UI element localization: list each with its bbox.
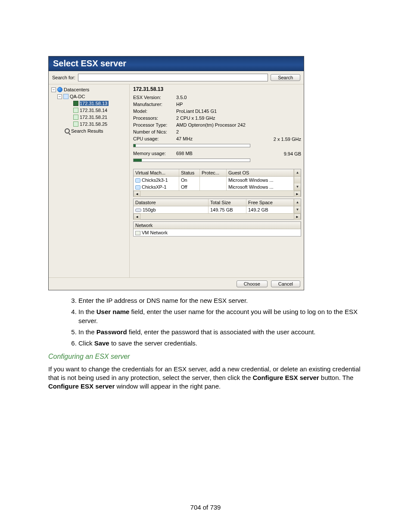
document-body: Enter the IP address or DNS name for the… xyxy=(48,296,363,512)
tree-results-label: Search Results xyxy=(71,128,103,134)
scroll-right-icon[interactable]: ► xyxy=(294,191,301,197)
dialog-title: Select ESX server xyxy=(53,59,126,68)
detail-value: HP xyxy=(176,101,183,108)
cpu-usage-bar: 2 x 1.59 GHz xyxy=(133,143,301,149)
choose-button[interactable]: Choose xyxy=(237,280,268,287)
server-tree[interactable]: − Datacenters − QA-DC 172.31.58.13 172.3… xyxy=(49,84,130,277)
host-icon xyxy=(73,107,79,113)
scroll-down-icon[interactable]: ▼ xyxy=(294,206,301,213)
detail-value: 3.5.0 xyxy=(176,94,187,101)
hscrollbar[interactable]: ◄ ► xyxy=(134,190,301,196)
detail-row: ESX Version:3.5.0 xyxy=(133,94,301,101)
vm-icon xyxy=(135,185,140,190)
vm-grid[interactable]: Virtual Mach... Status Protec... Guest O… xyxy=(133,169,301,197)
memory-usage-value: 698 MB xyxy=(176,150,193,157)
page-number: 704 of 739 xyxy=(48,503,363,512)
scroll-left-icon[interactable]: ◄ xyxy=(134,214,140,220)
tree-root[interactable]: − Datacenters xyxy=(51,86,128,93)
select-esx-dialog: Select ESX server Search for: Search − D… xyxy=(48,56,304,290)
tree-host-label: 172.31.58.25 xyxy=(80,121,107,127)
detail-value: ProLiant DL145 G1 xyxy=(176,108,217,115)
scroll-stub[interactable] xyxy=(294,177,301,184)
memory-max-label: 9.94 GB xyxy=(284,151,301,156)
details-pane: 172.31.58.13 ESX Version:3.5.0 Manufactu… xyxy=(130,84,304,277)
detail-value: AMD Opteron(tm) Processor 242 xyxy=(176,121,246,128)
detail-value: 2 xyxy=(176,128,179,135)
dialog-footer: Choose Cancel xyxy=(49,277,304,290)
step-3: Enter the IP address or DNS name for the… xyxy=(78,296,363,305)
step-6: Click Save to save the server credential… xyxy=(78,339,363,348)
memory-usage-bar: 9.94 GB xyxy=(133,157,301,163)
step-5: In the Password field, enter the passwor… xyxy=(78,328,363,336)
tree-host[interactable]: 172.31.58.14 xyxy=(51,107,128,114)
step-4: In the User name field, enter the user n… xyxy=(78,308,363,325)
search-icon xyxy=(64,128,70,134)
collapse-icon[interactable]: − xyxy=(51,87,56,92)
section-paragraph: If you want to change the credentials fo… xyxy=(48,365,363,391)
cancel-button[interactable]: Cancel xyxy=(271,280,300,287)
dialog-title-bar[interactable]: Select ESX server xyxy=(49,56,304,71)
tree-host[interactable]: 172.31.58.21 xyxy=(51,114,128,121)
vm-icon xyxy=(135,178,140,183)
tree-host-label: 172.31.58.21 xyxy=(80,115,107,120)
tree-host-label: 172.31.58.13 xyxy=(80,101,109,106)
table-row[interactable]: Chicks2k3-1 On Microsoft Windows ... xyxy=(134,177,301,184)
host-icon xyxy=(73,121,79,127)
network-icon xyxy=(135,231,140,235)
detail-row: Model:ProLiant DL145 G1 xyxy=(133,108,301,115)
table-row[interactable]: VM Network xyxy=(134,229,301,236)
table-row[interactable]: ChicksXP-1 Off Microsoft Windows ... ▼ xyxy=(134,184,301,190)
tree-host[interactable]: 172.31.58.13 xyxy=(51,100,128,107)
table-row[interactable]: 150gb 149.75 GB 149.2 GB ▼ xyxy=(134,206,301,213)
tree-dc-label: QA-DC xyxy=(70,94,85,99)
scroll-right-icon[interactable]: ► xyxy=(294,214,301,220)
tree-root-label: Datacenters xyxy=(64,87,89,92)
search-button[interactable]: Search xyxy=(271,74,300,81)
tree-datacenter[interactable]: − QA-DC xyxy=(51,93,128,100)
hscrollbar[interactable]: ◄ ► xyxy=(134,213,301,219)
cpu-usage-value: 47 MHz xyxy=(176,135,193,142)
search-input[interactable] xyxy=(78,74,268,81)
memory-usage-row: Memory usage:698 MB xyxy=(133,150,301,157)
datastore-icon xyxy=(135,208,141,212)
section-heading: Configuring an ESX server xyxy=(48,352,363,361)
tree-host-label: 172.31.58.14 xyxy=(80,108,107,113)
scroll-up-icon[interactable]: ▲ xyxy=(294,199,301,206)
network-grid-header: Network xyxy=(134,222,301,229)
detail-row: Manufacturer:HP xyxy=(133,101,301,108)
host-icon xyxy=(73,100,79,106)
datastore-grid-header: Datastore Total Size Free Space ▲ xyxy=(134,199,301,206)
tree-host[interactable]: 172.31.58.25 xyxy=(51,121,128,128)
search-label: Search for: xyxy=(52,75,75,80)
datacenter-icon xyxy=(63,93,69,100)
detail-row: Processors:2 CPU x 1.59 GHz xyxy=(133,115,301,121)
globe-icon xyxy=(57,87,63,93)
scroll-left-icon[interactable]: ◄ xyxy=(134,191,140,197)
detail-row: Number of Nics:2 xyxy=(133,128,301,135)
detail-row: Processor Type:AMD Opteron(tm) Processor… xyxy=(133,121,301,128)
tree-search-results[interactable]: Search Results xyxy=(51,128,128,134)
details-heading: 172.31.58.13 xyxy=(133,86,301,92)
host-icon xyxy=(73,114,79,120)
scroll-down-icon[interactable]: ▼ xyxy=(294,184,301,190)
search-bar: Search for: Search xyxy=(49,71,304,84)
datastore-grid[interactable]: Datastore Total Size Free Space ▲ 150gb … xyxy=(133,199,301,220)
cpu-max-label: 2 x 1.59 GHz xyxy=(274,137,301,142)
vm-grid-header: Virtual Mach... Status Protec... Guest O… xyxy=(134,169,301,177)
collapse-icon[interactable]: − xyxy=(57,94,62,99)
network-grid[interactable]: Network VM Network xyxy=(133,221,301,236)
scroll-up-icon[interactable]: ▲ xyxy=(294,169,301,176)
detail-value: 2 CPU x 1.59 GHz xyxy=(176,115,215,121)
